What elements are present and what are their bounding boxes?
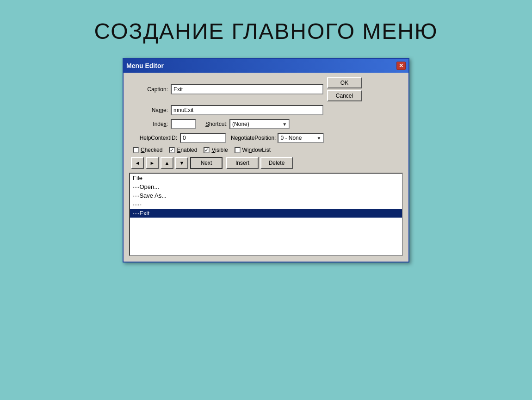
checked-box[interactable]: [133, 147, 139, 153]
ok-cancel-buttons: OK Cancel: [327, 77, 362, 101]
menu-editor-dialog: Menu Editor ✕ Caption: OK Cancel Name: I…: [123, 58, 409, 262]
caption-label: Caption:: [129, 86, 171, 93]
menu-item-open[interactable]: ····Open...: [130, 182, 402, 191]
insert-button[interactable]: Insert: [226, 157, 259, 169]
caption-input[interactable]: [171, 84, 323, 94]
nav-left-button[interactable]: ◄: [131, 157, 144, 169]
windowlist-label: WindowList: [242, 147, 271, 153]
windowlist-box[interactable]: [235, 147, 241, 153]
nav-action-row: ◄ ► ▲ ▼ Next Insert Delete: [131, 157, 403, 169]
negotiate-value: 0 - None: [280, 135, 316, 141]
shortcut-label: Shortcut:: [205, 121, 228, 127]
enabled-check-mark: ✓: [170, 147, 174, 153]
name-row: Name:: [129, 105, 403, 115]
checked-label: Checked: [141, 147, 162, 153]
menu-item-separator[interactable]: ····-: [130, 200, 402, 209]
enabled-checkbox[interactable]: ✓ Enabled: [169, 147, 197, 153]
name-input[interactable]: [171, 105, 323, 115]
index-shortcut-row: Index: Shortcut: (None) ▼: [129, 119, 403, 129]
nav-down-button[interactable]: ▼: [175, 157, 188, 169]
checkboxes-row: Checked ✓ Enabled ✓ Visible WindowList: [133, 147, 403, 153]
menu-item-file[interactable]: File: [130, 174, 402, 182]
caption-row: Caption: OK Cancel: [129, 77, 403, 101]
enabled-label: Enabled: [177, 147, 197, 153]
page-title: СОЗДАНИЕ ГЛАВНОГО МЕНЮ: [94, 19, 438, 44]
helpcontext-input[interactable]: [180, 133, 226, 143]
visible-checkbox[interactable]: ✓ Visible: [204, 147, 228, 153]
visible-check-mark: ✓: [204, 147, 209, 153]
visible-box[interactable]: ✓: [204, 147, 210, 153]
help-negotiate-row: HelpContextID: NegotiatePosition: 0 - No…: [129, 133, 403, 143]
next-button[interactable]: Next: [190, 157, 223, 169]
negotiate-label: NegotiatePosition:: [231, 135, 276, 141]
negotiate-arrow-icon: ▼: [317, 136, 322, 141]
menu-list[interactable]: File ····Open... ····Save As... ····- ··…: [129, 173, 403, 256]
title-bar: Menu Editor ✕: [124, 59, 408, 73]
close-button[interactable]: ✕: [396, 62, 406, 70]
nav-up-button[interactable]: ▲: [161, 157, 173, 169]
ok-button[interactable]: OK: [327, 77, 362, 88]
windowlist-checkbox[interactable]: WindowList: [235, 147, 271, 153]
shortcut-value: (None): [232, 121, 282, 127]
menu-item-saveas[interactable]: ····Save As...: [130, 191, 402, 200]
index-label: Index:: [129, 121, 171, 127]
enabled-box[interactable]: ✓: [169, 147, 175, 153]
name-label: Name:: [129, 107, 171, 113]
checked-checkbox[interactable]: Checked: [133, 147, 162, 153]
title-bar-text: Menu Editor: [126, 62, 164, 69]
shortcut-arrow-icon: ▼: [282, 122, 287, 127]
index-input[interactable]: [171, 119, 196, 129]
menu-item-exit[interactable]: ····Exit: [130, 209, 402, 218]
cancel-button[interactable]: Cancel: [327, 90, 362, 101]
helpcontext-label: HelpContextID:: [129, 135, 180, 141]
visible-label: Visible: [211, 147, 228, 153]
negotiate-select[interactable]: 0 - None ▼: [278, 133, 324, 143]
shortcut-select[interactable]: (None) ▼: [229, 119, 290, 129]
nav-right-button[interactable]: ►: [146, 157, 159, 169]
dialog-body: Caption: OK Cancel Name: Index: Shortcut…: [124, 73, 408, 262]
delete-button[interactable]: Delete: [260, 157, 293, 169]
